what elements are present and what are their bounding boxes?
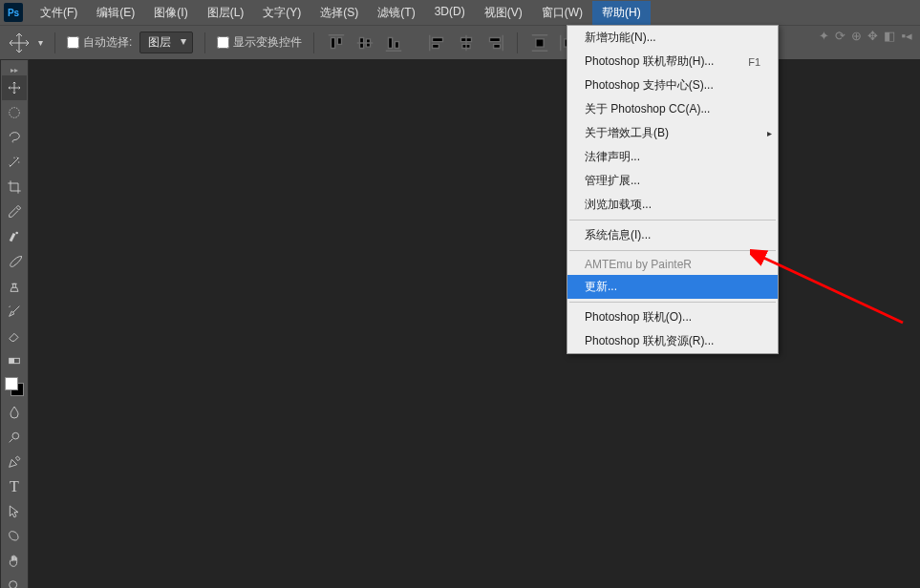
divider	[54, 32, 55, 53]
lasso-tool[interactable]	[2, 125, 27, 150]
menu-item-1[interactable]: 编辑(E)	[87, 1, 144, 25]
move-tool[interactable]	[2, 75, 27, 100]
menu-entry[interactable]: Photoshop 联机资源(R)...	[567, 329, 778, 353]
menu-entry[interactable]: 更新...	[567, 275, 778, 299]
svg-point-0	[10, 108, 20, 118]
menu-separator	[569, 220, 776, 220]
color-swatch[interactable]	[5, 377, 24, 396]
menu-entry[interactable]: 新增功能(N)...	[567, 26, 778, 50]
menu-item-6[interactable]: 滤镜(T)	[368, 1, 424, 25]
align-bottom-icon	[383, 32, 404, 53]
menu-item-0[interactable]: 文件(F)	[31, 1, 87, 25]
toolbox: ▸▸ T	[0, 59, 29, 588]
menu-entry[interactable]: 管理扩展...	[567, 169, 778, 193]
layer-select-value: 图层	[148, 35, 171, 49]
menu-entry-label: Photoshop 支持中心(S)...	[585, 77, 714, 94]
refresh-icon[interactable]: ⟳	[835, 29, 845, 43]
hand-tool[interactable]	[2, 549, 27, 574]
marquee-tool[interactable]	[2, 100, 27, 125]
shape-tool[interactable]	[2, 524, 27, 549]
align-top-icon	[326, 32, 347, 53]
clone-stamp-tool[interactable]	[2, 274, 27, 299]
menu-item-9[interactable]: 窗口(W)	[532, 1, 592, 25]
menu-item-8[interactable]: 视图(V)	[475, 1, 532, 25]
menu-shortcut: F1	[748, 56, 760, 68]
menu-entry[interactable]: 浏览加载项...	[567, 193, 778, 217]
zoom-tool[interactable]	[2, 574, 27, 588]
eraser-tool[interactable]	[2, 324, 27, 348]
menu-entry[interactable]: 法律声明...	[567, 145, 778, 169]
menu-separator	[569, 250, 776, 251]
divider	[313, 32, 314, 53]
healing-tool[interactable]	[2, 224, 27, 249]
menu-entry-label: 管理扩展...	[585, 173, 640, 189]
svg-rect-3	[10, 358, 14, 363]
menu-entry-label: 法律声明...	[585, 149, 640, 165]
svg-point-4	[12, 432, 19, 439]
chevron-down-icon[interactable]: ▾	[38, 37, 43, 48]
effects-icon[interactable]: ✦	[819, 29, 829, 43]
menu-entry[interactable]: 关于 Photoshop CC(A)...	[567, 97, 778, 121]
mask-icon[interactable]: ⊕	[851, 29, 862, 43]
menu-entry-label: 关于 Photoshop CC(A)...	[585, 101, 710, 117]
menu-entry: AMTEmu by PainteR	[567, 254, 778, 275]
menu-item-2[interactable]: 图像(I)	[144, 1, 197, 25]
show-transform-checkbox[interactable]: 显示变换控件	[217, 34, 302, 51]
align-right-icon	[484, 32, 505, 53]
menu-entry-label: Photoshop 联机帮助(H)...	[585, 53, 714, 70]
options-bar: ▾ 自动选择: 图层 显示变换控件	[0, 25, 920, 59]
align-vcenter-icon	[354, 32, 375, 53]
camera-icon[interactable]: ▪◂	[901, 29, 912, 43]
pen-tool[interactable]	[2, 450, 27, 474]
magic-wand-tool[interactable]	[2, 150, 27, 175]
menu-separator	[569, 302, 776, 303]
toolbox-expand-icon[interactable]: ▸▸	[1, 66, 28, 74]
menu-item-3[interactable]: 图层(L)	[198, 1, 254, 25]
menu-entry-label: 浏览加载项...	[585, 197, 652, 213]
menu-entry-label: AMTEmu by PainteR	[585, 258, 692, 271]
menu-entry-label: 更新...	[585, 279, 617, 295]
app-logo: Ps	[4, 3, 23, 22]
align-hcenter-icon	[456, 32, 477, 53]
dodge-tool[interactable]	[2, 425, 27, 450]
move-tool-icon	[8, 32, 31, 54]
menu-entry[interactable]: 系统信息(I)...	[567, 223, 778, 247]
auto-select-label: 自动选择:	[83, 34, 132, 51]
blur-tool[interactable]	[2, 400, 27, 425]
type-tool[interactable]: T	[2, 474, 27, 499]
menu-entry-label: 关于增效工具(B)	[585, 125, 669, 141]
canvas-area[interactable]	[29, 59, 920, 588]
menu-entry[interactable]: 关于增效工具(B)	[567, 121, 778, 145]
crop-tool[interactable]	[2, 175, 27, 200]
align-left-icon	[427, 32, 448, 53]
auto-select-checkbox[interactable]: 自动选择:	[67, 34, 132, 51]
menu-entry-label: 新增功能(N)...	[585, 30, 656, 46]
menu-item-7[interactable]: 3D(D)	[425, 1, 475, 25]
divider	[204, 32, 205, 53]
path-select-tool[interactable]	[2, 499, 27, 524]
layer-select-dropdown[interactable]: 图层	[139, 32, 193, 53]
distribute-h-icon	[529, 32, 550, 53]
menu-entry[interactable]: Photoshop 支持中心(S)...	[567, 74, 778, 97]
menu-item-10[interactable]: 帮助(H)	[592, 1, 651, 25]
menu-entry-label: Photoshop 联机资源(R)...	[585, 333, 714, 349]
3d-icon[interactable]: ◧	[884, 29, 895, 43]
menu-item-4[interactable]: 文字(Y)	[253, 1, 310, 25]
menu-entry-label: Photoshop 联机(O)...	[585, 309, 692, 326]
svg-point-5	[10, 581, 17, 588]
history-brush-tool[interactable]	[2, 299, 27, 324]
svg-point-1	[15, 232, 18, 235]
menu-bar: Ps 文件(F)编辑(E)图像(I)图层(L)文字(Y)选择(S)滤镜(T)3D…	[0, 0, 920, 25]
menu-entry-label: 系统信息(I)...	[585, 227, 651, 243]
move-icon[interactable]: ✥	[867, 29, 878, 43]
eyedropper-tool[interactable]	[2, 200, 27, 224]
gradient-tool[interactable]	[2, 348, 27, 373]
divider	[517, 32, 518, 53]
brush-tool[interactable]	[2, 249, 27, 274]
menu-item-5[interactable]: 选择(S)	[310, 1, 368, 25]
right-toolbar-icons[interactable]: ✦ ⟳ ⊕ ✥ ◧ ▪◂	[819, 29, 912, 43]
help-menu-dropdown: 新增功能(N)...Photoshop 联机帮助(H)...F1Photosho…	[567, 25, 779, 354]
menu-entry[interactable]: Photoshop 联机帮助(H)...F1	[567, 50, 778, 74]
menu-entry[interactable]: Photoshop 联机(O)...	[567, 305, 778, 329]
show-transform-label: 显示变换控件	[233, 34, 302, 51]
